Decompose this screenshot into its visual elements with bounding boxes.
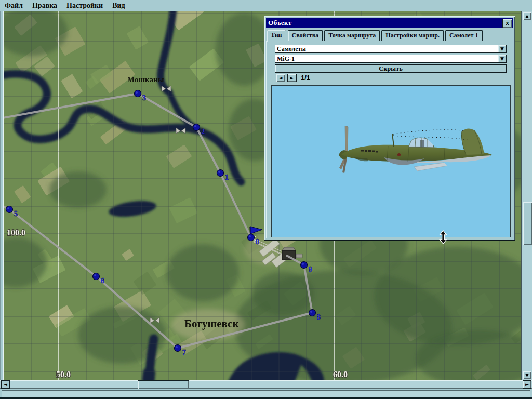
aircraft-render	[272, 86, 510, 237]
vertical-scrollbar[interactable]: ▲ ▼	[521, 11, 532, 380]
wing	[414, 163, 447, 171]
object-model-value[interactable]: MiG-1	[275, 55, 498, 63]
resize-cursor-icon	[439, 230, 447, 244]
object-category-value[interactable]: Самолеты	[275, 45, 498, 53]
waypoint-dot[interactable]	[217, 170, 224, 177]
status-bar	[0, 389, 532, 397]
waypoint-number: 0	[256, 238, 259, 246]
waypoint-number: 2	[201, 128, 205, 136]
object-dialog: Объект x ТипСвойстваТочка маршрутаНастро…	[264, 16, 515, 241]
horizontal-scrollbar[interactable]: ◄ ►	[0, 380, 532, 389]
horizontal-scroll-thumb[interactable]	[138, 380, 189, 389]
antenna-wire	[393, 130, 466, 134]
menu-item-view[interactable]: Вид	[108, 2, 130, 10]
tab-aircraft-1[interactable]: Самолет 1	[445, 30, 482, 41]
menu-bar: ФайлПравкаНастройкиВид	[0, 0, 532, 11]
tail-fin	[461, 128, 484, 155]
tab-route-settings[interactable]: Настройки маршр.	[381, 30, 444, 41]
mission-editor-window: ФайлПравкаНастройкиВид	[0, 0, 532, 399]
page-indicator: 1/1	[301, 74, 310, 82]
aircraft-preview	[271, 85, 511, 237]
scroll-up-icon[interactable]: ▲	[523, 12, 531, 20]
next-page-button[interactable]: ►	[287, 74, 297, 82]
menu-item-settings[interactable]: Настройки	[62, 2, 108, 10]
waypoint-dot[interactable]	[6, 206, 13, 213]
grid-coordinate-label: 100.0	[7, 228, 25, 237]
waypoint-dot[interactable]	[309, 310, 316, 316]
menu-item-edit[interactable]: Правка	[28, 2, 62, 10]
scroll-right-icon[interactable]: ►	[523, 380, 531, 389]
propeller-blade	[345, 126, 348, 152]
menu-item-file[interactable]: Файл	[0, 2, 28, 10]
prev-page-button[interactable]: ◄	[276, 74, 285, 82]
scroll-left-icon[interactable]: ◄	[1, 380, 10, 389]
scroll-down-icon[interactable]: ▼	[523, 371, 531, 379]
dialog-tabs: ТипСвойстваТочка маршрутаНастройки маршр…	[267, 30, 513, 41]
close-icon[interactable]: x	[502, 19, 512, 28]
chevron-down-icon[interactable]: ▼	[498, 55, 507, 63]
status-panel	[2, 390, 530, 397]
grid-coordinate-label: 50.0	[56, 370, 71, 379]
waypoint-number: 3	[142, 94, 146, 102]
waypoint-number: 6	[101, 277, 104, 285]
waypoint-dot[interactable]	[301, 262, 308, 269]
grid-coordinate-label: 60.0	[333, 370, 348, 379]
map-left-border	[0, 11, 4, 380]
town-label: Мошканы	[127, 75, 164, 84]
hide-button[interactable]: Скрыть	[275, 64, 507, 73]
chevron-down-icon[interactable]: ▼	[498, 45, 507, 53]
waypoint-number: 9	[309, 265, 312, 273]
waypoint-dot[interactable]	[248, 234, 255, 241]
dialog-title: Объект	[266, 19, 291, 27]
waypoint-dot[interactable]	[175, 345, 181, 352]
waypoint-dot[interactable]	[93, 273, 100, 280]
waypoint-dot[interactable]	[135, 90, 141, 97]
waypoint-number: 8	[317, 313, 321, 321]
tab-properties[interactable]: Свойства	[288, 30, 323, 41]
waypoint-number: 7	[182, 349, 186, 356]
vertical-scroll-thumb[interactable]	[523, 202, 532, 245]
waypoint-number: 1	[225, 174, 229, 181]
dialog-title-bar[interactable]: Объект x	[266, 18, 513, 28]
object-category-combobox[interactable]: Самолеты ▼	[275, 45, 507, 53]
waypoint-number: 5	[14, 210, 18, 218]
object-model-combobox[interactable]: MiG-1 ▼	[275, 55, 507, 63]
tab-waypoint[interactable]: Точка маршрута	[324, 30, 380, 41]
tab-type[interactable]: Тип	[267, 30, 286, 42]
town-label: Богушевск	[184, 317, 239, 330]
waypoint-dot[interactable]	[193, 124, 200, 131]
